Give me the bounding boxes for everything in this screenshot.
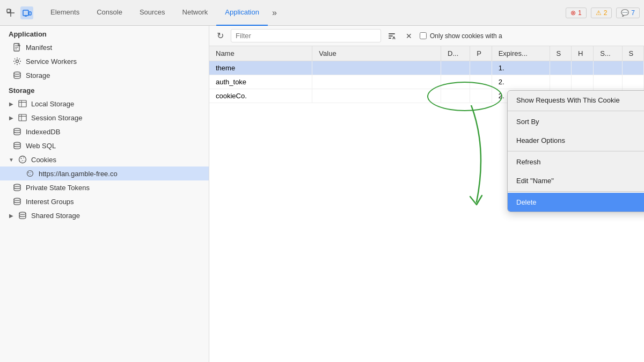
cell-s — [550, 61, 571, 75]
error-badge[interactable]: ⊗ 1 — [566, 8, 587, 18]
indexeddb-label: IndexedDB — [26, 128, 60, 136]
col-header-d[interactable]: D... — [441, 46, 470, 61]
gear-icon — [13, 57, 21, 66]
context-menu-header-options[interactable]: Header Options › — [508, 131, 644, 150]
cell-name: auth_toke — [209, 75, 312, 89]
col-header-p[interactable]: P — [470, 46, 492, 61]
device-toolbar-icon[interactable] — [20, 6, 33, 19]
expand-icon — [9, 101, 14, 106]
sidebar: Application Manifest — [0, 26, 209, 362]
tab-network[interactable]: Network — [174, 0, 217, 26]
service-workers-label: Service Workers — [26, 57, 77, 66]
svg-point-23 — [22, 160, 23, 161]
context-menu-delete[interactable]: Delete — [508, 193, 644, 212]
shared-storage-label: Shared Storage — [31, 212, 80, 220]
filter-regex-button[interactable] — [385, 30, 398, 42]
svg-rect-3 — [23, 10, 28, 16]
cell-name: cookieCo. — [209, 89, 312, 103]
svg-point-20 — [19, 156, 26, 163]
cell-sn — [594, 75, 622, 89]
private-state-tokens-label: Private State Tokens — [26, 184, 90, 192]
cell-sn — [594, 61, 622, 75]
svg-rect-12 — [19, 100, 26, 107]
expand-icon — [9, 115, 14, 120]
sidebar-item-service-workers[interactable]: Service Workers — [0, 54, 209, 68]
cell-value — [312, 89, 441, 103]
session-storage-icon — [18, 113, 27, 122]
col-header-value[interactable]: Value — [312, 46, 441, 61]
right-panel: ↻ ✕ Only show cookies with a — [209, 26, 644, 362]
cookies-icon — [18, 155, 27, 164]
main-content: Application Manifest — [0, 26, 644, 362]
storage-section-title: Storage — [0, 82, 209, 97]
table-row[interactable]: auth_toke 2. — [209, 75, 644, 89]
tab-sources[interactable]: Sources — [131, 0, 174, 26]
sidebar-item-private-state-tokens[interactable]: Private State Tokens — [0, 180, 209, 194]
toolbar-right: ⊗ 1 ⚠ 2 💬 7 — [566, 8, 640, 18]
context-menu-sort-by[interactable]: Sort By › — [508, 112, 644, 131]
inspect-icon[interactable] — [4, 6, 17, 19]
col-header-name[interactable]: Name — [209, 46, 312, 61]
cookies-label: Cookies — [31, 156, 56, 164]
filter-input[interactable] — [231, 29, 381, 42]
cell-d — [441, 61, 470, 75]
expand-icon — [9, 213, 14, 218]
svg-point-30 — [14, 184, 20, 186]
cell-d — [441, 75, 470, 89]
context-menu-refresh[interactable]: Refresh — [508, 153, 644, 171]
sidebar-item-shared-storage[interactable]: Shared Storage — [0, 208, 209, 222]
tab-elements[interactable]: Elements — [42, 0, 88, 26]
interest-groups-label: Interest Groups — [26, 198, 74, 206]
context-menu: Show Requests With This Cookie Sort By ›… — [507, 90, 644, 212]
cell-name: theme — [209, 61, 312, 75]
clear-filter-button[interactable]: ✕ — [402, 30, 415, 42]
cookie-filter-checkbox[interactable] — [420, 32, 427, 39]
cell-ss — [622, 75, 643, 89]
private-state-tokens-icon — [13, 183, 21, 192]
svg-point-31 — [14, 198, 20, 200]
cookie-filter-label: Only show cookies with a — [430, 32, 502, 40]
refresh-button[interactable]: ↻ — [214, 30, 226, 42]
warning-badge[interactable]: ⚠ 2 — [591, 8, 612, 18]
col-header-h[interactable]: H — [571, 46, 593, 61]
tab-application[interactable]: Application — [216, 0, 268, 26]
sidebar-item-indexeddb[interactable]: IndexedDB — [0, 125, 209, 139]
context-menu-divider-3 — [508, 191, 644, 192]
svg-point-21 — [21, 158, 22, 159]
sidebar-item-storage[interactable]: Storage — [0, 68, 209, 82]
sidebar-item-session-storage[interactable]: Session Storage — [0, 111, 209, 125]
cookies-url-label: https://lan.gamble-free.co — [39, 170, 118, 178]
col-header-sn[interactable]: S... — [594, 46, 622, 61]
svg-point-32 — [19, 212, 26, 214]
svg-point-28 — [31, 172, 31, 172]
svg-rect-4 — [29, 12, 31, 15]
context-menu-divider — [508, 111, 644, 111]
context-menu-refresh-label: Refresh — [516, 158, 541, 166]
cell-s — [550, 75, 571, 89]
context-menu-edit-name[interactable]: Edit "Name" — [508, 171, 644, 190]
sidebar-item-cookies-url[interactable]: https://lan.gamble-free.co — [0, 166, 209, 180]
sidebar-item-web-sql[interactable]: Web SQL — [0, 139, 209, 153]
interest-groups-icon — [13, 197, 21, 206]
col-header-ss[interactable]: S — [622, 46, 643, 61]
col-header-expires[interactable]: Expires... — [492, 46, 550, 61]
indexeddb-icon — [13, 127, 21, 136]
tab-console[interactable]: Console — [88, 0, 131, 26]
sidebar-item-cookies[interactable]: Cookies — [0, 153, 209, 166]
context-menu-sort-by-label: Sort By — [516, 118, 539, 126]
svg-rect-0 — [7, 9, 10, 12]
context-menu-show-requests[interactable]: Show Requests With This Cookie — [508, 91, 644, 110]
context-menu-header-options-label: Header Options — [516, 136, 565, 144]
sidebar-item-interest-groups[interactable]: Interest Groups — [0, 194, 209, 208]
tab-overflow[interactable]: » — [268, 0, 281, 26]
sidebar-item-manifest[interactable]: Manifest — [0, 40, 209, 54]
message-badge[interactable]: 💬 7 — [616, 8, 640, 18]
sidebar-item-local-storage[interactable]: Local Storage — [0, 97, 209, 111]
local-storage-label: Local Storage — [31, 100, 74, 108]
col-header-s[interactable]: S — [550, 46, 571, 61]
tab-bar: Elements Console Sources Network Applica… — [42, 0, 566, 26]
svg-point-18 — [14, 128, 20, 131]
cookie-url-icon — [26, 169, 34, 178]
table-row[interactable]: theme 1. — [209, 61, 644, 75]
cookie-filter-checkbox-label[interactable]: Only show cookies with a — [420, 32, 502, 40]
